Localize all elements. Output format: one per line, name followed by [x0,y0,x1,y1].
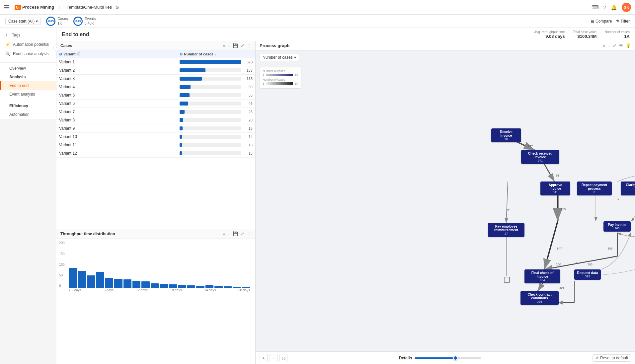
notification-icon[interactable]: 🔔 [611,4,617,10]
sidebar-item-automation-potential[interactable]: ⚡ Automation potential [0,40,56,49]
table-row[interactable]: Variant 11 13 [56,141,255,149]
avatar[interactable]: GK [622,3,631,12]
filter-button[interactable]: ⚗ Filter [616,19,630,24]
y-axis-label: 200 [59,241,65,245]
sidebar-item-root-cause[interactable]: 🔍 Root cause analysis [0,49,56,58]
chart-bar[interactable] [214,286,222,288]
approve-invoice-node[interactable]: Approve Invoice 841 [540,182,570,195]
throughput-save-icon[interactable]: 💾 [233,231,238,236]
variant-name: Variant 7 [59,109,180,114]
check-received-invoice-node[interactable]: Check received Invoice 971 [521,150,559,164]
graph-download-icon[interactable]: ↓ [608,43,610,48]
pay-invoice-node[interactable]: Pay Invoice 965 [603,221,631,232]
graph-list-icon[interactable]: ☰ [619,43,623,48]
sidebar-item-analysis[interactable]: Analysis [0,73,56,81]
table-row[interactable]: Variant 12 13 [56,149,255,158]
table-row[interactable]: Variant 5 53 [56,91,255,100]
check-contract-label: Check contract conditions [523,293,556,300]
final-check-node[interactable]: Final check of Invoice 904 [524,269,560,283]
chart-with-y-axis: 200150100500 < 2 days6 days12 days18 day… [59,241,253,293]
graph-expand-icon[interactable]: ⤢ [613,43,616,48]
svg-text:51: 51 [556,174,559,177]
details-slider-track[interactable] [415,357,481,359]
grid-menu-icon[interactable] [4,4,11,11]
final-check-count: 904 [527,278,558,282]
keyboard-icon[interactable]: ⌨ [592,4,599,10]
reset-to-default-button[interactable]: ↺ Reset to default [593,354,631,362]
chart-bar[interactable] [178,285,186,288]
details-slider-thumb[interactable] [453,356,458,360]
cases-save-icon[interactable]: 💾 [233,43,238,48]
table-row[interactable]: Variant 3 115 [56,75,255,83]
pay-invoice-label: Pay Invoice [606,223,628,227]
graph-bulb-icon[interactable]: 💡 [626,43,631,48]
table-row[interactable]: Variant 8 20 [56,116,255,124]
table-row[interactable]: Variant 7 26 [56,108,255,116]
chart-bar[interactable] [105,278,113,288]
chart-bar[interactable] [78,271,86,288]
zoom-out-button[interactable]: − [270,354,278,362]
table-row[interactable]: Variant 9 15 [56,124,255,133]
compare-button[interactable]: ⊞ Compare [591,19,612,24]
graph-filter-icon[interactable]: ≡ [603,43,605,48]
sidebar-item-automation[interactable]: Automation [0,110,56,119]
chart-bar[interactable] [87,275,95,288]
svg-line-11 [506,182,508,223]
table-row[interactable]: Variant 6 46 [56,100,255,108]
chart-bar[interactable] [205,285,213,288]
pay-employee-node[interactable]: Pay employee reimbursement 27 [488,223,524,237]
help-icon[interactable]: ? [603,4,606,10]
request-data-node[interactable]: Request data 395 [574,269,601,280]
sidebar: 🏷 Tags ⚡ Automation potential 🔍 Root cau… [0,28,56,119]
clarify-deviant-node[interactable]: Clarify deviant Invoice 4 [621,182,635,195]
cases-sort-icon[interactable]: ⊖ [180,52,183,56]
chart-bar[interactable] [233,287,241,288]
check-contract-node[interactable]: Check contract conditions 395 [520,291,559,305]
sidebar-collapse-button[interactable]: ‹ [53,44,60,51]
receive-invoice-node[interactable]: Receive Invoice 1K [491,128,521,142]
chart-bar[interactable] [224,286,232,288]
variant-info-icon[interactable]: ⓘ [77,52,80,56]
variant-sort-icon[interactable]: ⊖ [59,52,62,56]
chart-bar[interactable] [151,283,159,288]
table-row[interactable]: Variant 4 59 [56,83,255,91]
chart-bar[interactable] [196,286,204,288]
chart-bar[interactable] [132,281,140,288]
throughput-section: Throughput time distribution ≡ ↓ 💾 ⤢ ⋮ 2… [56,229,255,364]
logo-box: Ui [15,5,21,10]
sidebar-item-tags[interactable]: 🏷 Tags [0,31,56,40]
repeat-payment-node[interactable]: Repeat payment process 8 [577,182,612,195]
cases-expand-icon[interactable]: ⤢ [241,43,244,48]
chart-bar[interactable] [114,279,122,288]
throughput-menu-icon[interactable]: ⋮ [247,231,251,236]
chart-bar[interactable] [169,284,177,288]
table-row[interactable]: Variant 2 137 [56,66,255,75]
throughput-download-icon[interactable]: ↓ [228,231,230,236]
center-button[interactable]: ◎ [279,354,287,362]
project-settings-icon[interactable]: ⚙ [115,5,119,10]
zoom-in-button[interactable]: + [260,354,268,362]
table-row[interactable]: Variant 10 14 [56,133,255,141]
sidebar-item-efficiency[interactable]: Efficiency [0,102,56,110]
cases-filter-icon[interactable]: ≡ [223,43,225,48]
throughput-filter-icon[interactable]: ≡ [223,231,225,236]
sidebar-item-end-to-end[interactable]: End to end [0,81,56,90]
cases-sort-arrow[interactable]: ↓ [215,52,216,56]
number-of-cases-dropdown[interactable]: Number of cases ▾ [260,54,299,61]
sidebar-item-overview[interactable]: Overview [0,64,56,73]
cases-download-icon[interactable]: ↓ [228,43,230,48]
svg-line-6 [544,256,617,269]
chart-bar[interactable] [123,279,131,288]
chart-bar[interactable] [160,284,168,288]
chart-bar[interactable] [141,281,149,288]
graph-header: Process graph ≡ ↓ ⤢ ☰ 💡 [256,41,635,50]
sidebar-item-event-analysis[interactable]: Event analysis [0,90,56,99]
chart-bar[interactable] [242,287,250,288]
cases-menu-icon[interactable]: ⋮ [247,43,251,48]
table-row[interactable]: Variant 1 323 [56,58,255,66]
case-start-dropdown[interactable]: Case start (All) ▾ [5,18,41,25]
chart-bar[interactable] [187,285,195,288]
chart-bar[interactable] [96,272,104,288]
chart-bar[interactable] [69,268,77,288]
throughput-expand-icon[interactable]: ⤢ [241,231,244,236]
